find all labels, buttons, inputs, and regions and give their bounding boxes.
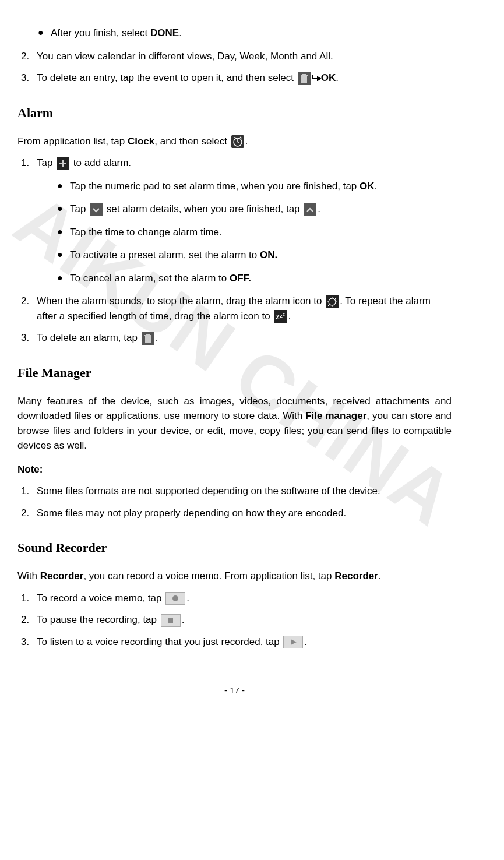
svg-line-15	[328, 298, 329, 299]
svg-rect-24	[146, 334, 150, 335]
alarm-sub-bullets: Tap the numeric pad to set alarm time, w…	[37, 179, 452, 286]
alarm-heading: Alarm	[17, 103, 452, 122]
svg-line-5	[238, 142, 239, 143]
text: To listen to a voice recording that you …	[37, 636, 282, 647]
list-item: You can view calendar in different views…	[32, 49, 452, 64]
list-item: To delete an alarm, tap .	[32, 330, 452, 346]
list-item: To cancel an alarm, set the alarm to OFF…	[57, 271, 452, 286]
list-item: Some files may not play properly dependi…	[32, 506, 452, 521]
text: To pause the recording, tap	[37, 614, 160, 625]
svg-rect-22	[145, 336, 151, 343]
svg-point-10	[329, 298, 336, 305]
arrow-icon	[312, 72, 321, 83]
text-bold: Recorder	[334, 570, 378, 581]
plus-icon	[57, 157, 69, 170]
page-content: After you finish, select DONE. You can v…	[17, 26, 452, 697]
record-icon	[165, 592, 185, 605]
text: Tap the numeric pad to set alarm time, w…	[70, 181, 360, 192]
svg-marker-27	[291, 639, 297, 645]
text: Some files formats are not supported dep…	[37, 485, 380, 496]
text: After you finish, select	[51, 27, 150, 38]
text-bold: File manager	[305, 410, 366, 421]
text: Tap	[70, 203, 89, 214]
text: With	[17, 570, 40, 581]
list-item: Tap the time to change alarm time.	[57, 225, 452, 240]
svg-rect-26	[168, 618, 173, 623]
text-bold: ON.	[260, 249, 277, 260]
text: .	[336, 72, 339, 83]
text: , you can record a voice memo. From appl…	[83, 570, 334, 581]
text: .	[378, 570, 381, 581]
list-item: To pause the recording, tap .	[32, 612, 452, 628]
svg-rect-1	[301, 75, 308, 76]
list-item: To record a voice memo, tap .	[32, 591, 452, 606]
recorder-steps: To record a voice memo, tap . To pause t…	[17, 591, 452, 650]
text: To record a voice memo, tap	[37, 593, 164, 604]
text: .	[304, 636, 307, 647]
play-icon	[283, 636, 303, 648]
recorder-intro: With Recorder, you can record a voice me…	[17, 569, 452, 584]
text: .	[182, 614, 185, 625]
text-bold: OFF.	[230, 273, 251, 284]
text: To cancel an alarm, set the alarm to	[70, 273, 230, 284]
text: .	[318, 203, 320, 214]
recorder-heading: Sound Recorder	[17, 538, 452, 557]
text: .	[179, 27, 182, 38]
text: To activate a preset alarm, set the alar…	[70, 249, 260, 260]
text: to add alarm.	[71, 157, 131, 168]
list-item: To delete an entry, tap the event to ope…	[32, 71, 452, 86]
text: set alarm details, when you are finished…	[104, 203, 302, 214]
intro-bullets: After you finish, select DONE.	[17, 26, 452, 41]
alarm-steps: Tap to add alarm. Tap the numeric pad to…	[17, 156, 452, 346]
svg-line-7	[240, 137, 242, 138]
list-item: Tap the numeric pad to set alarm time, w…	[57, 179, 452, 194]
chevron-down-icon	[90, 203, 103, 216]
text-bold: Clock	[128, 136, 154, 147]
chevron-up-icon	[304, 203, 316, 216]
text: .	[245, 136, 248, 147]
text: You can view calendar in different views…	[37, 51, 333, 62]
list-item: To listen to a voice recording that you …	[32, 635, 452, 650]
svg-line-16	[335, 305, 336, 306]
text: When the alarm sounds, to stop the alarm…	[37, 295, 325, 306]
list-item: To activate a preset alarm, set the alar…	[57, 248, 452, 263]
text: , and then select	[154, 136, 230, 147]
svg-point-25	[172, 595, 178, 601]
filemanager-para: Many features of the device, such as ima…	[17, 394, 452, 453]
list-item: Tap to add alarm. Tap the numeric pad to…	[32, 156, 452, 286]
text: Tap the time to change alarm time.	[70, 227, 222, 238]
text: Tap	[37, 157, 55, 168]
svg-rect-23	[144, 335, 151, 336]
snooze-icon: ZZZ	[274, 310, 287, 323]
note-label: Note:	[17, 462, 452, 477]
svg-line-6	[234, 137, 235, 138]
svg-line-17	[328, 305, 329, 306]
list-item: After you finish, select DONE.	[38, 26, 452, 41]
text: Some files may not play properly dependi…	[37, 507, 346, 519]
trash-icon	[298, 72, 311, 85]
page-footer: - 17 -	[17, 684, 452, 697]
svg-text:Z: Z	[283, 313, 285, 316]
list-item: Some files formats are not supported dep…	[32, 484, 452, 499]
text: To delete an entry, tap the event to ope…	[37, 72, 297, 83]
svg-text:Z: Z	[276, 313, 280, 320]
text-bold: OK	[321, 72, 336, 83]
text: To delete an alarm, tap	[37, 332, 140, 343]
svg-line-18	[335, 298, 336, 299]
list-item: Tap set alarm details, when you are fini…	[57, 202, 452, 217]
dismiss-icon	[326, 295, 339, 308]
delete-icon	[142, 332, 154, 345]
text-bold: Recorder	[40, 570, 84, 581]
list-item: When the alarm sounds, to stop the alarm…	[32, 294, 452, 323]
intro-ordered: You can view calendar in different views…	[17, 49, 452, 86]
stop-icon	[161, 614, 181, 627]
alarm-clock-icon	[231, 135, 244, 148]
text: .	[156, 332, 158, 343]
svg-rect-0	[301, 76, 307, 83]
svg-rect-2	[302, 74, 306, 75]
text: .	[186, 593, 189, 604]
text: .	[375, 181, 378, 192]
alarm-intro: From application list, tap Clock, and th…	[17, 134, 452, 149]
text: .	[288, 311, 291, 322]
filemanager-notes: Some files formats are not supported dep…	[17, 484, 452, 520]
